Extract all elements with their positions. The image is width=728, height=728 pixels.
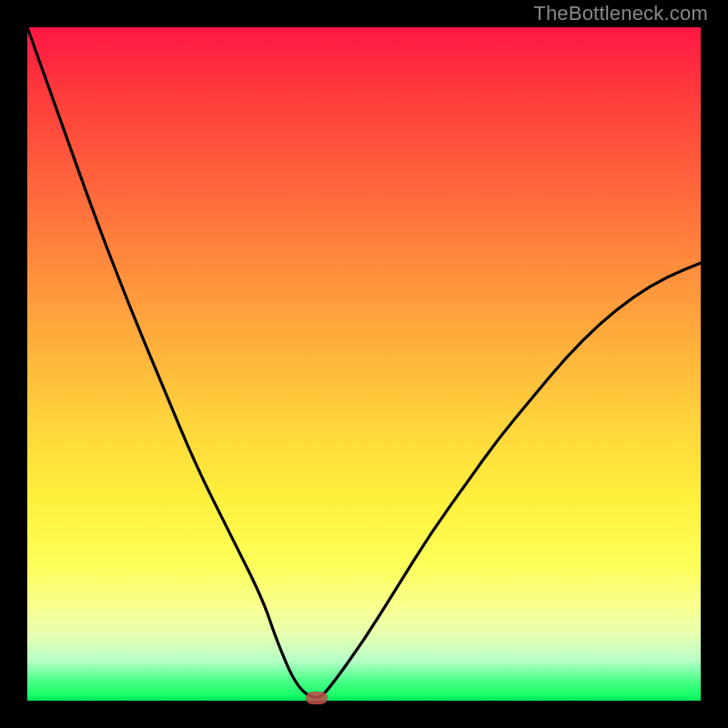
minimum-marker <box>306 692 328 704</box>
chart-plot-area <box>27 27 701 701</box>
watermark-text: TheBottleneck.com <box>533 2 708 25</box>
bottleneck-curve <box>27 27 701 701</box>
chart-frame: TheBottleneck.com <box>0 0 728 728</box>
